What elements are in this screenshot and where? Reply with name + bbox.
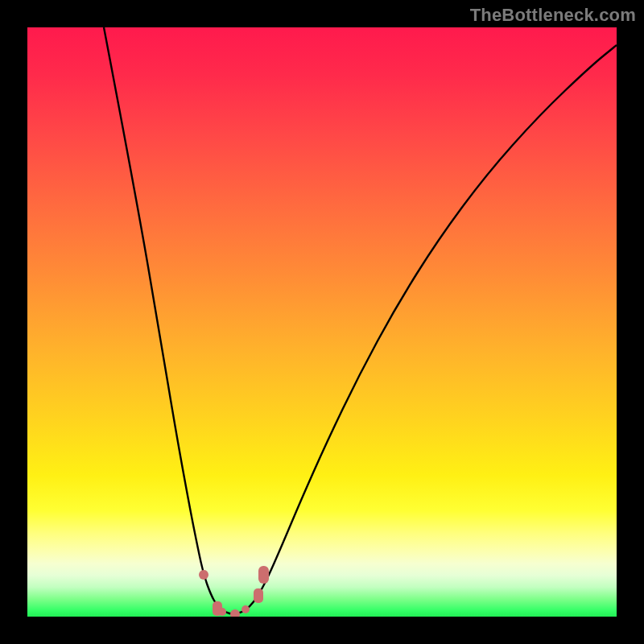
watermark-text: TheBottleneck.com: [470, 5, 636, 26]
data-marker: [218, 608, 226, 616]
curve-path: [104, 27, 617, 614]
data-marker: [242, 605, 250, 613]
plot-area: [27, 27, 617, 617]
chart-frame: TheBottleneck.com: [0, 0, 644, 644]
data-marker: [258, 566, 269, 584]
data-marker: [199, 570, 208, 580]
data-marker: [254, 588, 263, 603]
data-marker: [230, 609, 240, 617]
bottleneck-curve: [27, 27, 617, 617]
